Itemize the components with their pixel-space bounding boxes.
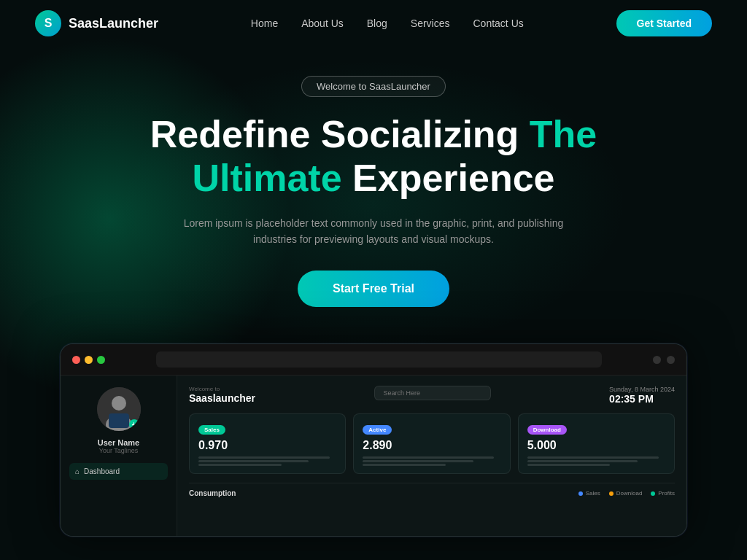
stats-row: Sales 0.970 Active 2.890 [189,413,675,474]
download-bars [527,456,665,466]
date-label: Sunday, 8 March 2024 [609,386,675,393]
bar2 [198,460,309,462]
logo-text: SaasLauncher [69,16,158,31]
dot-maximize [97,356,105,364]
legend-label-download: Download [616,490,643,497]
bar2 [527,460,638,462]
legend-download: Download [609,490,643,497]
dot-close [72,356,80,364]
nav-links: Home About Us Blog Services Contact Us [251,17,524,30]
browser-url-bar [156,351,602,368]
active-value: 2.890 [363,439,500,452]
dashboard-main: Welcome to Saaslauncher Sunday, 8 March … [177,376,686,536]
home-icon: ⌂ [75,467,80,475]
bar1 [198,456,330,459]
browser-dots [72,356,105,364]
nav-contact[interactable]: Contact Us [473,18,524,29]
legend-label-profits: Profits [658,490,675,497]
legend-sales: Sales [578,490,600,497]
legend-dot-profits [651,491,655,496]
download-value: 5.000 [527,439,665,452]
chart-legend: Sales Download Profits [578,490,675,497]
hero-title-line1: Redefine Socializing [150,113,530,155]
sidebar-item-dashboard[interactable]: ⌂ Dashboard [69,463,168,480]
logo: S SaasLauncher [35,10,158,36]
active-bars [363,456,500,466]
ctrl-dot-1 [653,356,661,364]
sales-badge: Sales [198,425,225,435]
nav-home[interactable]: Home [251,18,278,29]
download-badge: Download [527,425,567,435]
navbar: S SaasLauncher Home About Us Blog Servic… [0,0,747,47]
hero-title: Redefine Socializing The Ultimate Experi… [15,113,732,201]
bar3 [363,464,446,466]
hero-title-accent1: The [530,113,597,155]
bar3 [198,464,282,466]
hero-section: Welcome to SaasLauncher Redefine Sociali… [0,47,747,322]
sales-value: 0.970 [198,439,336,452]
dashboard-preview: + User Name Your Taglines ⌂ Dashboard We… [60,343,687,537]
start-trial-button[interactable]: Start Free Trial [298,271,449,307]
user-avatar: + [97,387,141,431]
legend-dot-sales [578,491,583,496]
legend-dot-download [609,491,614,496]
legend-profits: Profits [651,490,675,497]
dashboard-sidebar: + User Name Your Taglines ⌂ Dashboard [61,376,177,536]
get-started-button[interactable]: Get Started [616,10,712,36]
nav-about[interactable]: About Us [301,18,344,29]
hero-title-accent2: Ultimate [192,157,341,199]
nav-blog[interactable]: Blog [367,18,387,29]
bar2 [363,460,473,462]
stat-card-download: Download 5.000 [518,413,675,474]
bar1 [527,456,659,459]
active-badge: Active [363,425,392,435]
legend-label-sales: Sales [586,490,600,497]
browser-chrome [61,344,686,376]
dashboard-footer: Consumption Sales Download Profits [189,483,675,497]
hero-title-line2: Experience [352,157,555,199]
avatar-plus-icon: + [129,419,139,429]
user-name: User Name [98,438,139,447]
dashboard-body: + User Name Your Taglines ⌂ Dashboard We… [61,376,686,536]
nav-services[interactable]: Services [411,18,450,29]
logo-icon: S [35,10,61,36]
ctrl-dot-2 [667,356,675,364]
bar1 [363,456,494,459]
browser-controls [653,356,675,364]
user-tagline: Your Taglines [99,447,139,454]
app-name: Saaslauncher [189,392,255,404]
sales-bars [198,456,336,466]
sidebar-dashboard-label: Dashboard [84,467,120,475]
stat-card-sales: Sales 0.970 [189,413,346,474]
dot-minimize [85,356,93,364]
stat-card-active: Active 2.890 [353,413,510,474]
dashboard-search-input[interactable] [374,386,491,400]
svg-rect-3 [109,413,129,428]
dashboard-title-section: Welcome to Saaslauncher [189,386,255,404]
welcome-label: Welcome to [189,386,255,392]
bar3 [527,464,611,466]
hero-subtitle: Lorem ipsum is placeholder text commonly… [169,215,578,248]
datetime-section: Sunday, 8 March 2024 02:35 PM [609,386,675,405]
consumption-label: Consumption [189,489,236,497]
dashboard-header: Welcome to Saaslauncher Sunday, 8 March … [189,386,675,405]
time-label: 02:35 PM [609,393,675,405]
hero-badge: Welcome to SaasLauncher [301,76,446,97]
svg-point-1 [112,396,126,411]
